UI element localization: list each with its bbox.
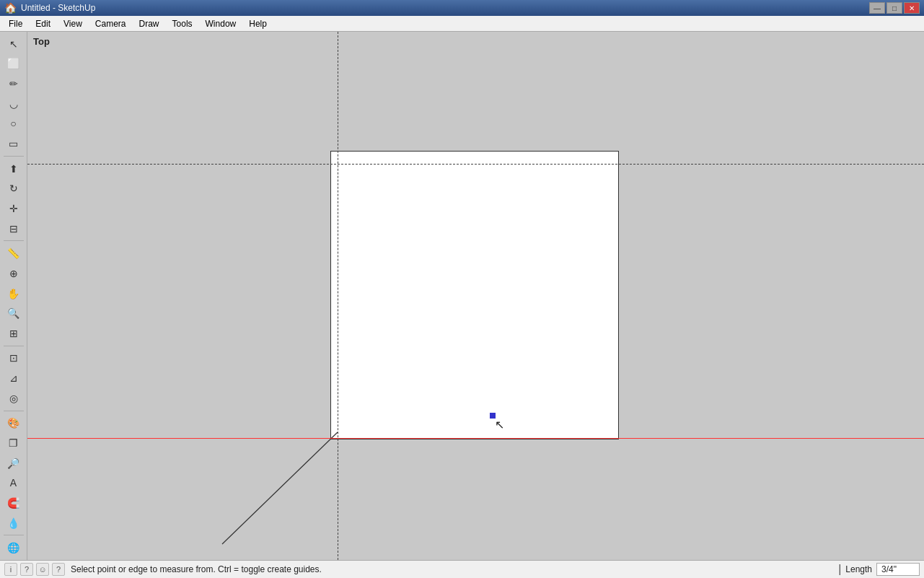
lookaround-tool[interactable]: ◎ bbox=[4, 389, 24, 408]
menu-item-edit[interactable]: Edit bbox=[30, 17, 56, 30]
window-title: Untitled - SketchUp bbox=[21, 3, 95, 13]
maximize-button[interactable]: □ bbox=[886, 2, 902, 14]
status-icon-question[interactable]: ? bbox=[52, 563, 65, 576]
walkthrough-tool[interactable]: ⊿ bbox=[4, 369, 24, 387]
status-right: | Length 3/4" bbox=[838, 563, 920, 576]
pan-tool[interactable]: ✋ bbox=[4, 284, 24, 303]
pushpull-tool[interactable]: ⬆ bbox=[4, 159, 24, 178]
find-tool[interactable]: 🔎 bbox=[4, 454, 24, 473]
zoom-tool[interactable]: 🔍 bbox=[4, 304, 24, 323]
status-icon-info[interactable]: i bbox=[4, 563, 17, 576]
status-icon-user[interactable]: ☺ bbox=[36, 563, 49, 576]
menu-bar: FileEditViewCameraDrawToolsWindowHelp bbox=[0, 16, 924, 32]
status-icon-help[interactable]: ? bbox=[20, 563, 33, 576]
menu-item-window[interactable]: Window bbox=[200, 17, 242, 30]
arc-tool[interactable]: ◡ bbox=[4, 95, 24, 113]
menu-item-camera[interactable]: Camera bbox=[89, 17, 132, 30]
rotate-tool[interactable]: ↻ bbox=[4, 180, 24, 198]
title-bar: 🏠 Untitled - SketchUp — □ ✕ bbox=[0, 0, 924, 16]
menu-item-tools[interactable]: Tools bbox=[167, 17, 198, 30]
title-bar-controls[interactable]: — □ ✕ bbox=[869, 2, 920, 14]
move-tool[interactable]: ✛ bbox=[4, 199, 24, 218]
select-tool[interactable]: ↖ bbox=[4, 35, 24, 53]
zoomext-tool[interactable]: ⊞ bbox=[4, 324, 24, 343]
close-button[interactable]: ✕ bbox=[904, 2, 920, 14]
offset-tool[interactable]: ⊟ bbox=[4, 219, 24, 238]
length-indicator: | bbox=[838, 563, 841, 576]
dropper-tool[interactable]: 💧 bbox=[4, 514, 24, 533]
menu-item-draw[interactable]: Draw bbox=[133, 17, 165, 30]
menu-item-file[interactable]: File bbox=[3, 17, 28, 30]
world-tool[interactable]: 🌐 bbox=[4, 538, 24, 557]
materials-tool[interactable]: 🎨 bbox=[4, 413, 24, 432]
section-tool[interactable]: ⊡ bbox=[4, 349, 24, 368]
components-tool[interactable]: ❐ bbox=[4, 434, 24, 452]
circle-tool[interactable]: ○ bbox=[4, 115, 24, 133]
length-label: Length bbox=[845, 564, 872, 574]
tape-tool[interactable]: 📏 bbox=[4, 244, 24, 263]
viewport-label: Top bbox=[33, 36, 50, 47]
status-icons: i ? ☺ ? bbox=[4, 563, 65, 576]
model-canvas bbox=[330, 151, 619, 439]
length-input[interactable]: 3/4" bbox=[876, 563, 920, 576]
menu-item-view[interactable]: View bbox=[58, 17, 88, 30]
main-layout: ↖⬜✏◡○▭⬆↻✛⊟📏⊕✋🔍⊞⊡⊿◎🎨❐🔎A🧲💧🌐 Top ↖ bbox=[0, 32, 924, 560]
rectangle-tool[interactable]: ▭ bbox=[4, 134, 24, 153]
title-bar-left: 🏠 Untitled - SketchUp bbox=[4, 2, 95, 14]
left-toolbar: ↖⬜✏◡○▭⬆↻✛⊟📏⊕✋🔍⊞⊡⊿◎🎨❐🔎A🧲💧🌐 bbox=[0, 32, 27, 560]
minimize-button[interactable]: — bbox=[869, 2, 885, 14]
text-tool[interactable]: A bbox=[4, 473, 24, 492]
status-message: Select point or edge to measure from. Ct… bbox=[71, 564, 832, 574]
orbit-tool[interactable]: ⊕ bbox=[4, 264, 24, 283]
svg-line-0 bbox=[222, 432, 338, 544]
canvas-area[interactable]: Top ↖ bbox=[27, 32, 924, 560]
menu-item-help[interactable]: Help bbox=[243, 17, 273, 30]
pencil-tool[interactable]: ✏ bbox=[4, 74, 24, 93]
snap-tool[interactable]: 🧲 bbox=[4, 494, 24, 512]
eraser-tool[interactable]: ⬜ bbox=[4, 55, 24, 74]
app-icon: 🏠 bbox=[4, 2, 17, 14]
status-bar: i ? ☺ ? Select point or edge to measure … bbox=[0, 560, 924, 578]
